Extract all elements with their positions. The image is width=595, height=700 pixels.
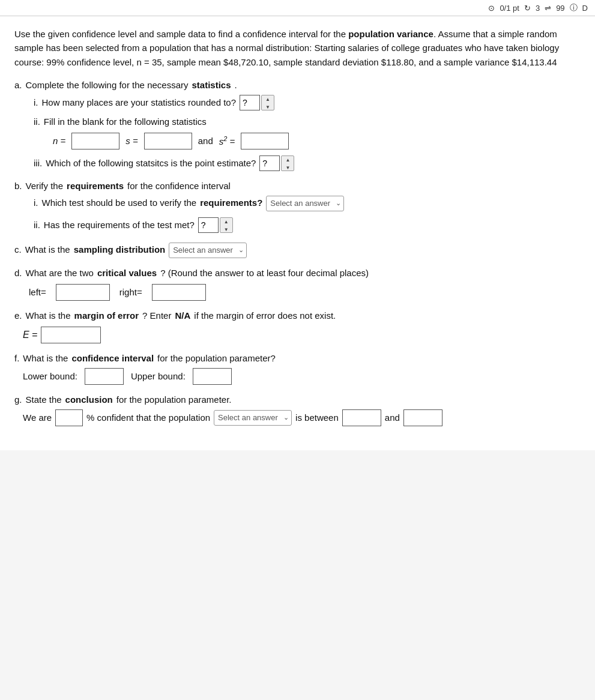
b-ii-text: Has the requirements of the test met? (44, 220, 195, 230)
a-i-spinner-down[interactable]: ▼ (262, 103, 274, 110)
g-select-wrapper[interactable]: Select an answer ⌄ (214, 410, 292, 426)
section-b-ii: ii. Has the requirements of the test met… (34, 217, 581, 233)
a-i-label: i. How many places are your statistics r… (34, 95, 581, 110)
s2-label: s2 = (219, 135, 235, 146)
section-c: c. What is the sampling distribution Sel… (14, 243, 581, 258)
a-iii-text: Which of the following statsitcs is the … (46, 158, 256, 168)
intro-bold1: population variance (348, 29, 433, 39)
g-select[interactable]: Select an answer (214, 410, 292, 426)
c-select-wrapper[interactable]: Select an answer ⌄ (169, 243, 247, 258)
f-letter: f. (14, 353, 19, 363)
d-text1: What are the two (26, 268, 94, 278)
section-a-i: i. How many places are your statistics r… (34, 95, 581, 110)
f-text2: for the population parameter? (157, 353, 276, 363)
upper-input[interactable] (193, 368, 232, 385)
b-bold1: requirements (67, 181, 124, 191)
and-final-label: and (385, 412, 400, 423)
upper-label: Upper bound: (131, 371, 186, 381)
percent-score: 99 (556, 4, 564, 13)
a-letter: a. (14, 80, 22, 90)
section-f: f. What is the confidence interval for t… (14, 353, 581, 385)
score-label: 0/1 pt (500, 4, 519, 13)
a-iii-label: iii. Which of the following statsitcs is… (34, 155, 581, 171)
c-select[interactable]: Select an answer (169, 243, 247, 258)
a-i-input[interactable] (240, 95, 260, 110)
a-iii-spinner-down[interactable]: ▼ (282, 164, 294, 171)
score-icon: ⊙ (488, 4, 495, 13)
a-text2: . (235, 80, 237, 90)
g-letter: g. (14, 394, 22, 405)
info-icon: ⓘ (570, 2, 578, 13)
bounds-row: Lower bound: Upper bound: (23, 368, 581, 385)
e-row: E = (23, 327, 581, 343)
e-text3: if the margin of error does not exist. (194, 310, 336, 321)
a-text1: Complete the following for the necessary (26, 80, 189, 90)
right-input[interactable] (152, 284, 206, 301)
and-label: and (198, 136, 213, 146)
a-i-spinner-wrapper: ▲ ▼ (240, 95, 274, 110)
section-b-label: b. Verify the requirements for the confi… (14, 181, 581, 191)
a-i-spinner-up[interactable]: ▲ (262, 95, 274, 103)
a-i-text: How many places are your statistics roun… (42, 97, 237, 107)
b-ii-spinner[interactable]: ▲ ▼ (220, 217, 233, 233)
b-ii-label: ii. Has the requirements of the test met… (34, 217, 581, 233)
lower-label: Lower bound: (23, 371, 77, 381)
n-input[interactable] (71, 133, 119, 149)
critical-row: left= right= (29, 284, 581, 301)
a-iii-input[interactable] (259, 155, 280, 171)
n-label: n = (53, 136, 65, 146)
lower-input[interactable] (85, 368, 124, 385)
section-c-label: c. What is the sampling distribution Sel… (14, 243, 581, 258)
s-input[interactable] (144, 133, 192, 149)
b-i-label: i. Which test should be used to verify t… (34, 196, 581, 211)
b-i-text1: Which test should be used to verify the (42, 198, 197, 208)
a-ii-label: ii. Fill in the blank for the following … (34, 116, 581, 127)
f-text1: What is the (23, 353, 68, 363)
right-label: right= (119, 287, 142, 297)
retry-icon: ↻ (524, 4, 531, 13)
c-bold1: sampling distribution (74, 244, 166, 255)
b-ii-spinner-down[interactable]: ▼ (220, 226, 232, 233)
b-ii-spinner-up[interactable]: ▲ (220, 218, 232, 226)
section-f-label: f. What is the confidence interval for t… (14, 353, 581, 363)
a-i-roman: i. (34, 97, 38, 107)
f-bold1: confidence interval (71, 353, 154, 363)
section-e: e. What is the margin of error? Enter N/… (14, 310, 581, 343)
intro-paragraph: Use the given confidence level and sampl… (14, 27, 581, 69)
between-upper-input[interactable] (403, 409, 442, 426)
intro-text1: Use the given confidence level and sampl… (14, 29, 348, 39)
stats-row: n = s = and s2 = (53, 133, 581, 149)
left-input[interactable] (56, 284, 110, 301)
between-lower-input[interactable] (342, 409, 381, 426)
e-label: E = (23, 330, 37, 340)
a-ii-text: Fill in the blank for the following stat… (44, 116, 207, 127)
retry-arrows: ⇌ (545, 4, 551, 13)
we-are-row: We are % confident that the population S… (23, 409, 581, 426)
top-bar: ⊙ 0/1 pt ↻ 3 ⇌ 99 ⓘ D (0, 0, 595, 16)
pct-input[interactable] (55, 409, 83, 426)
a-i-spinner[interactable]: ▲ ▼ (261, 95, 274, 110)
section-g: g. State the conclusion for the populati… (14, 394, 581, 426)
b-ii-input[interactable] (198, 217, 219, 233)
a-iii-spinner[interactable]: ▲ ▼ (281, 155, 294, 171)
b-i-roman: i. (34, 198, 38, 208)
a-iii-spinner-up[interactable]: ▲ (282, 156, 294, 164)
e-input[interactable] (41, 327, 101, 343)
pct-label: % confident that the population (86, 412, 210, 423)
b-i-select[interactable]: Select an answer (266, 196, 344, 211)
b-ii-roman: ii. (34, 220, 40, 230)
a-iii-spinner-wrapper: ▲ ▼ (259, 155, 294, 171)
s2-input[interactable] (241, 133, 289, 149)
g-bold1: conclusion (65, 394, 113, 405)
g-text1: State the (26, 394, 62, 405)
section-b-i: i. Which test should be used to verify t… (34, 196, 581, 211)
section-b: b. Verify the requirements for the confi… (14, 181, 581, 233)
retry-count: 3 (536, 4, 540, 13)
d-text2: ? (Round the answer to at least four dec… (160, 268, 369, 278)
section-a-iii: iii. Which of the following statsitcs is… (34, 155, 581, 171)
a-iii-roman: iii. (34, 158, 42, 168)
b-i-select-wrapper[interactable]: Select an answer ⌄ (266, 196, 344, 211)
e-bold2: N/A (175, 310, 190, 321)
we-are-label: We are (23, 412, 52, 423)
left-label: left= (29, 287, 46, 297)
